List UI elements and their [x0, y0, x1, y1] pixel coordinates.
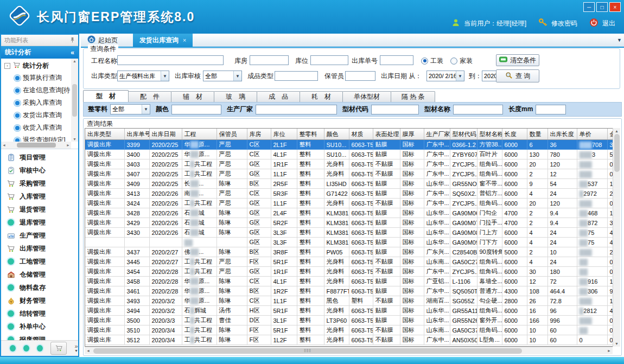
change-password-link[interactable]: 修改密码 — [551, 19, 577, 28]
table-row[interactable]: 调拨出库34002020/2/25华██原...严思C区4L1F整料SU10..… — [85, 150, 619, 159]
sidebar-item-出库管理[interactable]: 出库管理 — [1, 242, 78, 255]
table-row[interactable]: 调拨出库34542020/2/28工█共工程严思G区1R1F整料光身料6063-… — [85, 267, 619, 277]
column-header-型材代码[interactable]: 型材代码 — [450, 129, 477, 140]
project-name-input[interactable] — [117, 55, 224, 65]
audit-select[interactable]: 全部 ▼ — [203, 71, 242, 81]
material-tab-成品[interactable]: 成 品 — [257, 91, 300, 102]
search-button[interactable]: 查 询 — [496, 69, 539, 82]
table-vertical-scrollbar[interactable]: ▲ ▼ — [613, 128, 620, 347]
sidebar-item-退库管理[interactable]: 退库管理 — [1, 216, 78, 229]
table-vscroll-thumb[interactable] — [614, 134, 620, 172]
sidebar-item-结转管理[interactable]: 结转管理 — [1, 307, 78, 320]
table-row[interactable]: 调拨出库34942020/3/2石█辉城汤伟H区5R1F整料光身料6063-T5… — [85, 306, 619, 316]
sidebar-item-入库管理[interactable]: 入库管理 — [1, 190, 78, 203]
tree-vertical-scrollbar[interactable]: ▲ ▼ — [71, 59, 78, 142]
close-button[interactable]: × — [609, 2, 621, 12]
sidebar-item-仓储管理[interactable]: 仓储管理 — [1, 268, 78, 281]
column-header-单价[interactable]: 单价 — [577, 129, 607, 140]
location-input[interactable] — [310, 55, 348, 65]
tab-overflow-icon[interactable]: ▼ — [617, 37, 622, 43]
table-horizontal-scrollbar[interactable]: ◄ ⦀⦀⦀ ► — [85, 347, 613, 354]
table-hscroll-thumb[interactable]: ⦀⦀⦀ — [93, 348, 522, 354]
out-type-select[interactable]: 生产领料出库 ▼ — [117, 71, 169, 81]
order-no-input[interactable] — [380, 55, 413, 65]
tree-item[interactable]: 采购入库查询 — [1, 97, 71, 109]
column-header-颜色[interactable]: 颜色 — [324, 129, 349, 140]
table-row[interactable]: 调拨出库35122020/3/4工█共工程陈琳F区1L2F整料光身料6063-T… — [85, 335, 619, 345]
table-row[interactable]: ██G区3L3F整料KLM38176063-T5贴膜国标山东华...GA90M0… — [85, 238, 619, 247]
column-header-表面处理[interactable]: 表面处理 — [373, 129, 400, 140]
column-header-出库日期[interactable]: 出库日期 — [149, 129, 182, 140]
material-tab-耗材[interactable]: 耗 材 — [300, 91, 343, 102]
material-tab-辅材[interactable]: 辅 材 — [171, 91, 214, 102]
column-header-库房[interactable]: 库房 — [247, 129, 271, 140]
column-header-长度[interactable]: 长度 — [502, 129, 527, 140]
table-row[interactable]: 调拨出库34092020/2/25长██...陈琳B区2R5F整料LI35HD6… — [85, 179, 619, 189]
radio-home-dot[interactable] — [450, 58, 457, 65]
tree-item[interactable]: 退货查询[待定] — [1, 134, 71, 142]
material-tab-玻璃[interactable]: 玻 璃 — [214, 91, 257, 102]
table-row[interactable]: 调拨出库33992020/2/25华██原...严思C区2L1F整料SU10..… — [85, 140, 619, 150]
scroll-left-icon[interactable]: ◄ — [2, 143, 6, 147]
tab-home[interactable]: 起始页 — [82, 35, 123, 46]
table-row[interactable]: 调拨出库35102020/3/4工█共工程陈琳F区5R1F整料光身料6063-T… — [85, 325, 619, 335]
table-row[interactable]: 调拨出库34292020/2/26石██城陈琳G区5R2F整料KLM381760… — [85, 218, 619, 228]
column-header-整零料[interactable]: 整零料 — [297, 129, 324, 140]
material-tab-隔热条[interactable]: 隔 热 条 — [391, 91, 435, 102]
filter-input-颜色[interactable] — [171, 105, 221, 114]
tree-item[interactable]: 发货出库查询 — [1, 109, 71, 122]
scroll-up-icon[interactable]: ▲ — [615, 129, 619, 133]
sidebar-item-生产管理[interactable]: 生产管理 — [1, 229, 78, 242]
clear-conditions-button[interactable]: 清空条件 — [496, 54, 539, 66]
footer-circle-icon[interactable] — [10, 345, 16, 352]
sidebar-item-财务管理[interactable]: 财务管理 — [1, 294, 78, 307]
dropdown-arrow-icon[interactable]: ▼ — [456, 71, 464, 81]
footer-circle-icon[interactable] — [37, 345, 43, 352]
material-tab-型材[interactable]: 型 材 — [83, 90, 129, 102]
filter-input-生产厂家[interactable] — [256, 105, 337, 114]
sidebar-item-项目管理[interactable]: 项目管理 — [1, 151, 78, 164]
collapse-icon[interactable]: « — [71, 49, 74, 56]
table-row[interactable]: 调拨出库34932020/3/2华██原...陈琳C区1L1F整料黑色塑料不贴膜… — [85, 296, 619, 306]
filter-input-长度mm[interactable] — [536, 105, 566, 114]
overflow-chevron-icon[interactable]: »▼ — [74, 344, 78, 353]
column-header-型材名称[interactable]: 型材名称 — [477, 129, 502, 140]
radio-industrial-dot[interactable] — [421, 58, 428, 65]
tree-root-node[interactable]: - 统计分析 — [1, 59, 71, 72]
column-header-出库长度[interactable]: 出库长度 — [547, 129, 577, 140]
tree-item[interactable]: 收货入库查询 — [1, 122, 71, 134]
pin-icon[interactable] — [70, 37, 75, 44]
column-header-材质[interactable]: 材质 — [349, 129, 373, 140]
column-header-工程[interactable]: 工程 — [182, 129, 217, 140]
scroll-right-icon[interactable]: ► — [66, 143, 70, 147]
minimize-button[interactable]: ─ — [583, 2, 595, 12]
filter-input-型材名称[interactable] — [453, 105, 503, 114]
radio-industrial[interactable]: 工装 — [421, 55, 443, 66]
column-header-膜厚[interactable]: 膜厚 — [400, 129, 424, 140]
material-tab-单体型材[interactable]: 单体型材 — [342, 91, 391, 102]
tree-hscroll-thumb[interactable] — [17, 143, 56, 148]
scroll-right-icon[interactable]: ► — [607, 349, 611, 353]
column-header-生产厂家[interactable]: 生产厂家 — [424, 129, 450, 140]
product-type-input[interactable] — [275, 71, 318, 81]
table-row[interactable]: 调拨出库34282020/2/26石██城陈琳G区2L4F整料KLM381760… — [85, 208, 619, 218]
sidebar-item-工地管理[interactable]: 工地管理 — [1, 255, 78, 268]
table-row[interactable]: 调拨出库34302020/2/26石██城陈琳G区3L3F整料KLM381760… — [85, 228, 619, 238]
logout-link[interactable]: 退出 — [602, 19, 615, 28]
material-tab-配件[interactable]: 配 件 — [128, 91, 171, 102]
keeper-input[interactable] — [345, 71, 375, 81]
filter-select-整零料[interactable]: 全部▼ — [110, 104, 150, 114]
footer-cart-button[interactable] — [50, 342, 67, 355]
column-header-出库类型[interactable]: 出库类型 — [85, 129, 124, 140]
column-header-数量[interactable]: 数量 — [527, 129, 547, 140]
table-row[interactable]: 调拨出库35002020/3/3工█共工程曹佳D区3L1F整料LT3P60606… — [85, 316, 619, 325]
table-row[interactable]: 调拨出库34612020/2/28华██原...陈琳B区1R2F整料F8877F… — [85, 286, 619, 296]
warehouse-input[interactable] — [250, 55, 289, 65]
dropdown-arrow-icon[interactable]: ▼ — [142, 105, 150, 114]
scroll-down-icon[interactable]: ▼ — [615, 342, 619, 346]
scroll-up-icon[interactable]: ▲ — [73, 59, 77, 63]
tab-close-icon[interactable]: × — [183, 37, 186, 43]
filter-input-型材代码[interactable] — [371, 105, 419, 114]
tree-expander-icon[interactable]: - — [4, 63, 10, 69]
footer-circle-icon[interactable] — [23, 345, 29, 352]
